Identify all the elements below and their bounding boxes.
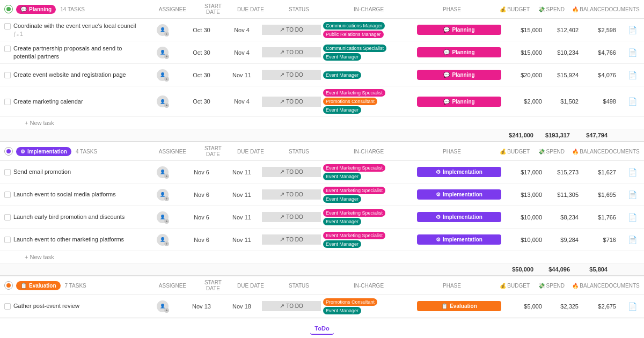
col-h-incharge: IN-CHARGE	[326, 6, 412, 12]
section-toggle-evaluation[interactable]	[4, 281, 13, 290]
summary-balance: $5,804	[570, 266, 608, 273]
task-documents-cell[interactable]: 📄	[616, 302, 644, 311]
task-name-text: Coordinate with the event venue's local …	[13, 22, 136, 38]
task-status-cell[interactable]: ↗ TO DO	[262, 167, 321, 177]
status-text: ↗ TO DO	[280, 168, 303, 175]
task-incharge-cell: Event Manager	[321, 71, 415, 79]
phase-badge: 📋Evaluation	[417, 301, 501, 311]
section-toggle-implementation[interactable]	[4, 147, 13, 156]
task-documents-cell[interactable]: 📄	[616, 213, 644, 222]
col-h-status: STATUS	[272, 149, 326, 155]
task-documents-cell[interactable]: 📄	[616, 168, 644, 177]
task-phase-cell: ⚙Implementation	[415, 167, 503, 177]
task-start-date: Nov 13	[181, 303, 222, 310]
task-checkbox[interactable]	[4, 46, 11, 52]
incharge-badge: Communications Specialist	[323, 45, 386, 52]
task-start-date: Nov 6	[181, 214, 222, 221]
task-status-cell[interactable]: ↗ TO DO	[262, 25, 321, 35]
document-icon[interactable]: 📄	[628, 168, 637, 177]
assignee-avatar: 👤+	[157, 47, 169, 58]
task-status-cell[interactable]: ↗ TO DO	[262, 234, 321, 245]
add-task-planning[interactable]: + New task	[0, 117, 644, 129]
task-status-cell[interactable]: ↗ TO DO	[262, 97, 321, 107]
document-icon[interactable]: 📄	[628, 213, 637, 222]
task-budget: $13,000	[503, 192, 542, 198]
incharge-badge: Event Manager	[323, 71, 361, 79]
todo-nav-item[interactable]: ToDo	[310, 323, 333, 335]
task-checkbox[interactable]	[4, 72, 11, 78]
document-icon[interactable]: 📄	[628, 48, 637, 57]
status-arrow-icon: ↗	[280, 214, 284, 221]
document-icon[interactable]: 📄	[628, 71, 637, 79]
incharge-badge: Public Relations Manager	[323, 31, 384, 38]
task-balance: $2,598	[579, 27, 616, 33]
task-due-date: Nov 11	[222, 72, 262, 78]
document-icon[interactable]: 📄	[628, 190, 637, 199]
document-icon[interactable]: 📄	[628, 97, 637, 106]
task-documents-cell[interactable]: 📄	[616, 71, 644, 79]
task-status-cell[interactable]: ↗ TO DO	[262, 189, 321, 200]
task-documents-cell[interactable]: 📄	[616, 190, 644, 199]
phase-icon: ⚙	[436, 214, 441, 220]
avatar-badge: +	[164, 219, 169, 224]
task-balance: $1,766	[579, 214, 616, 221]
add-task-implementation[interactable]: + New task	[0, 251, 644, 263]
task-assignee-cell: 👤+	[144, 211, 181, 223]
task-phase-cell: 📋Evaluation	[415, 301, 503, 311]
col-h-due: DUE DATE	[235, 6, 267, 12]
status-arrow-icon: ↗	[280, 303, 284, 310]
task-spend: $9,284	[542, 237, 579, 243]
task-checkbox[interactable]	[4, 214, 11, 221]
section-toggle-planning[interactable]	[4, 5, 13, 13]
status-arrow-icon: ↗	[280, 168, 284, 175]
task-checkbox[interactable]	[4, 303, 11, 310]
task-status-cell[interactable]: ↗ TO DO	[262, 70, 321, 80]
task-incharge-cell: Event Marketing SpecialistPromotions Con…	[321, 89, 415, 114]
task-name-text: Launch event to social media platforms	[13, 190, 116, 198]
task-checkbox[interactable]	[4, 192, 11, 198]
section-badge-implementation: ⚙ Implementation	[16, 147, 71, 156]
task-phase-cell: ⚙Implementation	[415, 212, 503, 222]
task-status-cell[interactable]: ↗ TO DO	[262, 47, 321, 57]
task-documents-cell[interactable]: 📄	[616, 48, 644, 57]
document-icon[interactable]: 📄	[628, 26, 637, 34]
task-due-date: Nov 4	[222, 98, 262, 105]
task-due-date: Nov 11	[222, 237, 262, 243]
section-label-implementation: Implementation	[27, 149, 67, 155]
section-summary-planning: $241,000 $193,317 $47,794	[0, 129, 644, 142]
task-documents-cell[interactable]: 📄	[616, 236, 644, 244]
task-phase-cell: 💬Planning	[415, 25, 503, 35]
task-incharge-cell: Communications ManagerPublic Relations M…	[321, 22, 415, 38]
task-row: Create event website and registration pa…	[0, 64, 644, 86]
task-status-cell[interactable]: ↗ TO DO	[262, 301, 321, 311]
task-spend: $11,305	[542, 192, 579, 198]
task-name-cell: Create marketing calendar	[4, 98, 144, 105]
document-icon[interactable]: 📄	[628, 302, 637, 311]
task-documents-cell[interactable]: 📄	[616, 97, 644, 106]
task-checkbox[interactable]	[4, 237, 11, 243]
section-icon-evaluation: 📋	[20, 283, 27, 289]
task-name-text: Create event website and registration pa…	[13, 71, 126, 78]
incharge-badge: Event Manager	[323, 106, 361, 114]
document-icon[interactable]: 📄	[628, 236, 637, 244]
col-h-budget: 💰 BUDGET	[492, 283, 530, 289]
task-documents-cell[interactable]: 📄	[616, 26, 644, 34]
task-row: Launch early bird promotion and discount…	[0, 206, 644, 229]
col-h-start: START DATE	[197, 3, 229, 15]
task-spend: $15,924	[542, 72, 579, 78]
task-checkbox[interactable]	[4, 23, 11, 30]
section-summary-implementation: $50,000 $44,096 $5,804	[0, 263, 644, 276]
section-task-count-planning: 14 TASKS	[60, 6, 85, 12]
task-status-cell[interactable]: ↗ TO DO	[262, 212, 321, 222]
phase-badge: ⚙Implementation	[417, 234, 501, 245]
phase-label: Planning	[452, 27, 474, 33]
task-start-date: Oct 30	[181, 98, 222, 105]
task-checkbox[interactable]	[4, 99, 11, 105]
task-assignee-cell: 👤+	[144, 69, 181, 81]
task-phase-cell: 💬Planning	[415, 47, 503, 57]
incharge-badge: Event Manager	[323, 218, 361, 225]
col-h-docs: DOCUMENTS	[605, 6, 640, 12]
task-checkbox[interactable]	[4, 169, 11, 175]
assignee-avatar: 👤+	[157, 166, 169, 178]
phase-label: Evaluation	[450, 303, 477, 309]
